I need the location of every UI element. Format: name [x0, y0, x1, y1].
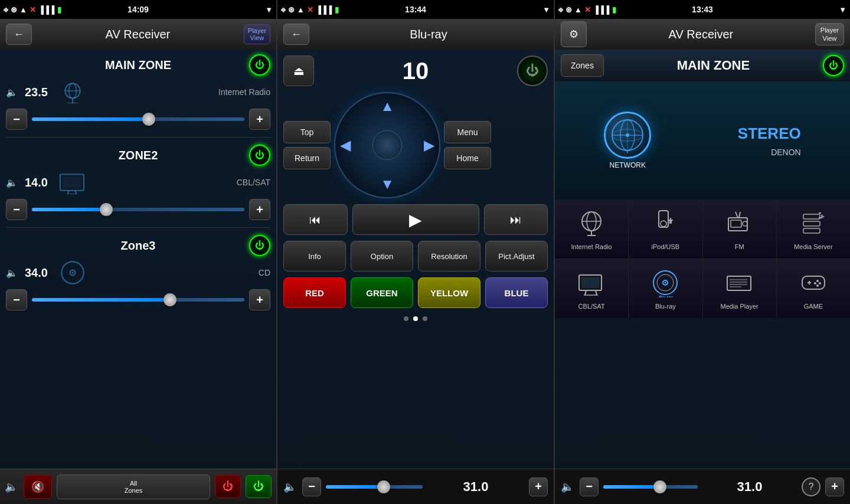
source-cbl-sat[interactable]: CBL/SAT — [555, 259, 628, 318]
dpad[interactable]: ▲ ▼ ◀ ▶ — [334, 92, 440, 198]
main-zone-source-icon — [58, 80, 87, 104]
dpad-left-arrow[interactable]: ◀ — [340, 137, 351, 153]
player-view-button[interactable]: PlayerView — [244, 24, 270, 44]
svg-rect-36 — [803, 214, 820, 219]
source-game[interactable]: GAME — [777, 259, 850, 318]
yellow-button[interactable]: YELLOW — [418, 277, 480, 308]
bt-icon: ⎆ — [4, 5, 8, 14]
all-zones-mute-button[interactable]: 🔇 — [24, 475, 52, 499]
zone3-plus-button[interactable]: + — [249, 289, 270, 310]
bars-icon-right: ▐▐▐ — [593, 5, 610, 14]
dpad-center[interactable] — [372, 130, 402, 160]
svg-line-35 — [739, 212, 740, 218]
all-zones-button[interactable]: AllZones — [57, 474, 210, 499]
back-button-mid[interactable]: ← — [283, 24, 309, 45]
source-media-player[interactable]: Media Player — [703, 259, 776, 318]
media-server-label: Media Server — [794, 243, 832, 250]
page-dot-2[interactable] — [413, 316, 418, 321]
page-dots — [283, 314, 548, 323]
all-zones-power-on-button[interactable]: ⏻ — [246, 475, 272, 498]
vol-plus-right[interactable]: + — [825, 477, 844, 496]
internet-radio-label: Internet Radio — [571, 243, 612, 250]
page-dot-1[interactable] — [404, 316, 408, 321]
source-internet-radio[interactable]: Internet Radio — [555, 199, 628, 258]
zone3-source: CD — [92, 268, 270, 277]
network-display: NETWORK STEREO DENON — [555, 81, 850, 199]
svg-point-62 — [814, 282, 816, 284]
func-row: Info Option Resolution Pict.Adjust — [283, 241, 548, 271]
eject-button[interactable]: ⏏ — [283, 55, 314, 86]
svg-point-12 — [71, 271, 73, 273]
player-view-button-right[interactable]: PlayerView — [815, 23, 844, 46]
status-icons-right-left: ⎆ ⊛ ▲ ✕ ▐▐▐ ▮ — [558, 5, 616, 14]
prev-button[interactable]: ⏮ — [283, 204, 348, 235]
back-button-left[interactable]: ← — [6, 24, 32, 45]
blue-button[interactable]: BLUE — [485, 277, 548, 308]
header-mid: ← Blu-ray — [277, 19, 554, 50]
zones-button[interactable]: Zones — [561, 54, 604, 77]
vol-slider-right[interactable] — [603, 485, 698, 489]
zone2-slider[interactable] — [32, 208, 244, 211]
svg-line-45 — [596, 290, 597, 295]
media-player-label: Media Player — [721, 303, 759, 310]
zone3-minus-button[interactable]: − — [6, 289, 27, 310]
red-button[interactable]: RED — [283, 277, 346, 308]
right-power-button[interactable]: ⏻ — [823, 55, 844, 76]
main-zone-minus-button[interactable]: − — [6, 109, 27, 130]
zone2-minus-button[interactable]: − — [6, 199, 27, 220]
av-receiver-right-panel: ⎆ ⊛ ▲ ✕ ▐▐▐ ▮ 13:43 ▼ ⚙ AV Receiver Play… — [555, 0, 850, 504]
color-row: RED GREEN YELLOW BLUE — [283, 277, 548, 308]
fm-label: FM — [735, 243, 744, 250]
dpad-right-arrow[interactable]: ▶ — [424, 137, 434, 153]
dpad-up-arrow[interactable]: ▲ — [380, 98, 394, 114]
svg-point-61 — [819, 282, 821, 284]
pict-adjust-button[interactable]: Pict.Adjust — [485, 241, 548, 271]
top-button[interactable]: Top — [283, 121, 331, 143]
vol-plus-mid[interactable]: + — [529, 477, 548, 496]
battery-icon-right: ▮ — [612, 5, 616, 14]
option-button[interactable]: Option — [351, 241, 413, 271]
source-bluray[interactable]: Blu-ray Blu-ray — [629, 259, 702, 318]
main-zone-power-button[interactable]: ⏻ — [249, 54, 270, 76]
source-fm[interactable]: FM — [703, 199, 776, 258]
next-button[interactable]: ⏭ — [484, 204, 548, 235]
vol-number-right: 31.0 — [702, 479, 797, 495]
all-zones-power-off-button[interactable]: ⏻ — [215, 475, 241, 498]
no-signal-icon: ✕ — [30, 5, 36, 14]
nav-right-buttons: Menu Home — [444, 121, 491, 169]
dpad-down-arrow[interactable]: ▼ — [380, 176, 394, 192]
settings-button[interactable]: ⚙ — [561, 21, 587, 47]
zone2-header: ZONE2 ⏻ — [6, 145, 270, 166]
main-zone-plus-button[interactable]: + — [249, 109, 270, 130]
info-button[interactable]: Info — [283, 241, 346, 271]
no-signal-icon-right: ✕ — [584, 5, 591, 14]
media-player-icon — [724, 267, 755, 298]
game-label: GAME — [804, 303, 823, 310]
svg-rect-43 — [581, 277, 599, 288]
time-mid: 13:44 — [405, 5, 426, 14]
main-zone-slider[interactable] — [32, 117, 244, 121]
resolution-button[interactable]: Resolution — [418, 241, 480, 271]
bluray-power-button[interactable]: ⏻ — [517, 55, 548, 86]
main-zone-slider-row: − + — [6, 109, 270, 130]
green-button[interactable]: GREEN — [351, 277, 413, 308]
help-button[interactable]: ? — [802, 477, 820, 496]
menu-button[interactable]: Menu — [444, 121, 491, 143]
zone2-power-button[interactable]: ⏻ — [249, 145, 270, 166]
bluray-label: Blu-ray — [655, 303, 676, 310]
zone2-source-icon — [58, 171, 87, 194]
zone3-power-button[interactable]: ⏻ — [249, 235, 270, 256]
vol-minus-right[interactable]: − — [580, 477, 599, 496]
vol-minus-mid[interactable]: − — [302, 477, 321, 496]
source-ipod-usb[interactable]: iPod/USB — [629, 199, 702, 258]
zone3-slider-row: − + — [6, 289, 270, 310]
zone3-slider[interactable] — [32, 298, 244, 302]
vol-slider-mid[interactable] — [326, 485, 423, 489]
zone2-plus-button[interactable]: + — [249, 199, 270, 220]
page-dot-3[interactable] — [423, 316, 427, 321]
return-button[interactable]: Return — [283, 147, 331, 169]
globe-icon — [604, 112, 651, 159]
play-button[interactable]: ▶ — [352, 204, 479, 235]
home-button[interactable]: Home — [444, 147, 491, 169]
source-media-server[interactable]: Media Server — [777, 199, 850, 258]
